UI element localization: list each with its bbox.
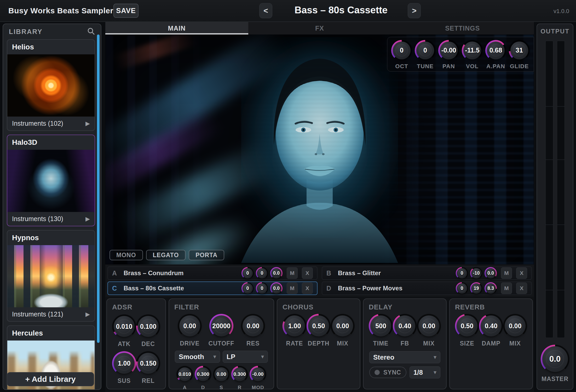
play-icon[interactable]: ▶ [85,216,90,222]
time-knob[interactable]: 500 [369,314,393,338]
res-knob[interactable]: 0.00 [241,314,265,338]
knob-value: 20000 [209,314,233,338]
slot-knob[interactable]: 0.0 [270,282,283,295]
level-meter-right [557,41,565,338]
rate-knob[interactable]: 1.00 [283,314,307,338]
filter-type-select[interactable]: Smooth ▾ [175,351,220,363]
slot-knob[interactable]: 0.0 [485,267,497,279]
slot-clear-button[interactable]: X [516,283,527,294]
sample-slot-c[interactable]: CBass – 80s Cassette000.0MX [107,281,318,295]
mod-knob[interactable]: -0.00 [250,366,266,383]
knob-label: DEPTH [308,340,330,347]
slot-knob[interactable]: 0 [456,282,468,295]
slot-mute-button[interactable]: M [287,267,298,279]
preset-prev-button[interactable]: < [259,3,272,18]
slot-knob[interactable]: 0 [241,282,254,295]
oct-knob[interactable]: 0 [391,40,412,61]
slot-clear-button[interactable]: X [302,283,313,294]
knob-value: 0 [256,267,268,279]
slot-knob[interactable]: 8.3 [485,282,497,295]
slot-knob[interactable]: 0.0 [270,267,283,279]
master-knob-area: 0.0MASTER [541,345,569,383]
knob-value: 0.0 [270,282,283,295]
s-knob[interactable]: 0.00 [213,366,230,383]
sync-toggle[interactable]: SYNC [369,367,406,378]
knob-label: MIX [423,340,435,347]
tab-settings[interactable]: SETTINGS [391,22,534,34]
slot-mute-button[interactable]: M [287,283,298,294]
knob-knob-group: 0 [256,267,268,279]
slot-knob[interactable]: 19 [470,282,482,295]
reverb-panel: REVERB 0.50SIZE0.40DAMP0.00MIX [449,298,533,389]
slot-knob[interactable]: 0 [256,267,268,279]
glide-knob[interactable]: 31 [509,40,530,61]
library-card-title: Hypnos [7,230,95,245]
sample-slot-a[interactable]: ABrass – Conundrum000.0MX [107,266,318,280]
size-knob[interactable]: 0.50 [455,314,479,338]
library-scrollbar[interactable] [97,34,100,343]
sample-slots: ABrass – Conundrum000.0MXBBrass – Glitte… [105,264,534,297]
knob-value: 0.50 [307,314,331,338]
mix-knob[interactable]: 0.00 [331,314,355,338]
mix-knob[interactable]: 0.00 [417,314,441,338]
knob-label: REL [142,377,155,384]
play-icon[interactable]: ▶ [85,120,90,127]
library-card-halo3d[interactable]: Halo3DInstruments (130)▶ [7,135,95,226]
filter-mode-select[interactable]: LP ▾ [223,351,268,363]
slot-knob[interactable]: 0 [456,267,468,279]
depth-knob[interactable]: 0.50 [307,314,331,338]
tune-knob[interactable]: 0 [415,40,436,61]
a-knob[interactable]: 0.010 [176,366,193,383]
preset-next-button[interactable]: > [408,3,421,18]
knob-label: CUTOFF [209,340,234,347]
output-panel: OUTPUT 0.0MASTER [537,24,573,390]
slot-knob[interactable]: -10 [470,267,482,279]
slot-mute-button[interactable]: M [501,283,512,294]
drive-knob[interactable]: 0.00 [178,314,202,338]
delay-mode-select[interactable]: Stereo ▾ [369,351,440,363]
library-sidebar: LIBRARY HeliosInstruments (102)▶Halo3DIn… [3,24,101,390]
fb-knob[interactable]: 0.40 [393,314,417,338]
vol-knob[interactable]: -11.5 [462,40,483,61]
d-knob[interactable]: 0.300 [195,366,211,383]
sync-indicator [375,370,380,375]
master-knob[interactable]: 0.0 [541,345,569,373]
library-card-helios[interactable]: HeliosInstruments (102)▶ [7,39,95,131]
mono-button[interactable]: MONO [110,250,143,260]
dec-knob[interactable]: 0.100 [136,314,160,338]
porta-button[interactable]: PORTA [189,250,224,260]
knob-knob-group: 0.0 [270,267,283,279]
play-icon[interactable]: ▶ [85,311,90,318]
tab-main[interactable]: MAIN [105,22,248,34]
mix-knob[interactable]: 0.00 [503,314,527,338]
slot-clear-button[interactable]: X [516,267,527,279]
knob-label: TUNE [417,63,434,70]
add-library-button[interactable]: + Add Library [7,372,94,386]
pan-knob[interactable]: -0.00 [438,40,459,61]
delay-division-select[interactable]: 1/8 ▾ [410,366,440,378]
save-button[interactable]: SAVE [113,4,139,18]
filter-knobs: 0.00DRIVE20000CUTOFF0.00RES [174,314,268,347]
a.pan-knob[interactable]: 0.68 [485,40,506,61]
mix-knob-group: 0.00MIX [503,314,527,347]
knob-value: 0.68 [485,40,506,61]
slot-clear-button[interactable]: X [302,267,313,279]
slot-knob[interactable]: 0 [241,267,254,279]
damp-knob[interactable]: 0.40 [479,314,503,338]
sample-slot-d[interactable]: DBrass – Power Moves0198.3MX [322,281,532,295]
tab-fx[interactable]: FX [248,22,391,34]
r-knob[interactable]: 0.300 [231,366,248,383]
sample-slot-b[interactable]: BBrass – Glitter0-100.0MX [322,266,532,280]
atk-knob[interactable]: 0.010 [112,314,136,338]
rel-knob[interactable]: 0.150 [136,351,160,375]
slot-mute-button[interactable]: M [501,267,512,279]
sus-knob[interactable]: 1.00 [112,351,136,375]
knob-value: 500 [369,314,393,338]
knob-label: S [220,385,223,390]
search-icon[interactable] [87,27,95,36]
cutoff-knob[interactable]: 20000 [209,314,233,338]
library-card-hypnos[interactable]: HypnosInstruments (121)▶ [7,230,95,322]
library-card-title: Halo3D [7,135,95,150]
slot-knob[interactable]: 0 [256,282,268,295]
legato-button[interactable]: LEGATO [146,250,186,260]
